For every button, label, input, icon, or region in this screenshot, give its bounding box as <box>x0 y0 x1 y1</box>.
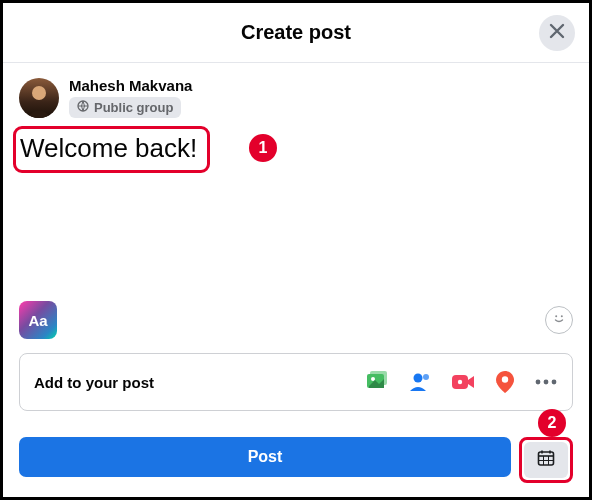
svg-point-13 <box>536 380 541 385</box>
more-icon <box>534 377 558 387</box>
background-color-button[interactable]: Aa <box>19 301 57 339</box>
schedule-icon <box>536 448 556 472</box>
more-button[interactable] <box>534 377 558 387</box>
svg-point-14 <box>544 380 549 385</box>
svg-point-11 <box>458 380 462 384</box>
add-to-post-row: Add to your post <box>19 353 573 411</box>
dialog-title: Create post <box>241 21 351 44</box>
create-post-dialog: Create post Mahesh Makvana Public group … <box>0 0 592 500</box>
user-meta: Mahesh Makvana Public group <box>69 77 192 118</box>
svg-point-7 <box>371 377 375 381</box>
add-to-post-label: Add to your post <box>34 374 154 391</box>
svg-point-8 <box>414 374 423 383</box>
close-icon <box>547 21 567 45</box>
annotation-badge-2: 2 <box>538 409 566 437</box>
compose-area[interactable]: Welcome back! 1 <box>3 124 589 173</box>
annotation-badge-1: 1 <box>249 134 277 162</box>
schedule-button[interactable] <box>524 442 568 478</box>
annotation-box-2 <box>519 437 573 483</box>
svg-point-3 <box>555 315 557 317</box>
emoji-icon <box>550 309 568 331</box>
tag-people-icon <box>408 370 432 394</box>
photo-video-button[interactable] <box>364 369 390 395</box>
globe-icon <box>77 100 89 115</box>
svg-point-4 <box>561 315 563 317</box>
live-video-button[interactable] <box>450 371 476 393</box>
annotation-box-1: Welcome back! <box>13 126 210 173</box>
compose-tools-row: Aa <box>19 301 573 339</box>
add-to-post-icons <box>364 369 558 395</box>
svg-point-2 <box>551 310 567 326</box>
svg-point-0 <box>32 86 46 100</box>
location-icon <box>494 369 516 395</box>
emoji-button[interactable] <box>545 306 573 334</box>
svg-point-15 <box>552 380 557 385</box>
post-button-label: Post <box>248 448 283 466</box>
svg-rect-16 <box>539 452 554 465</box>
svg-point-12 <box>502 376 508 382</box>
audience-selector[interactable]: Public group <box>69 97 181 118</box>
close-button[interactable] <box>539 15 575 51</box>
compose-text: Welcome back! <box>20 133 197 163</box>
dialog-footer: Post <box>19 437 573 483</box>
avatar <box>19 78 59 118</box>
user-row: Mahesh Makvana Public group <box>3 63 589 124</box>
audience-label: Public group <box>94 100 173 115</box>
post-button[interactable]: Post <box>19 437 511 477</box>
dialog-header: Create post <box>3 3 589 63</box>
user-name: Mahesh Makvana <box>69 77 192 94</box>
tag-people-button[interactable] <box>408 370 432 394</box>
photo-video-icon <box>364 369 390 395</box>
svg-point-9 <box>423 374 429 380</box>
background-color-icon: Aa <box>28 312 47 329</box>
live-video-icon <box>450 371 476 393</box>
location-button[interactable] <box>494 369 516 395</box>
